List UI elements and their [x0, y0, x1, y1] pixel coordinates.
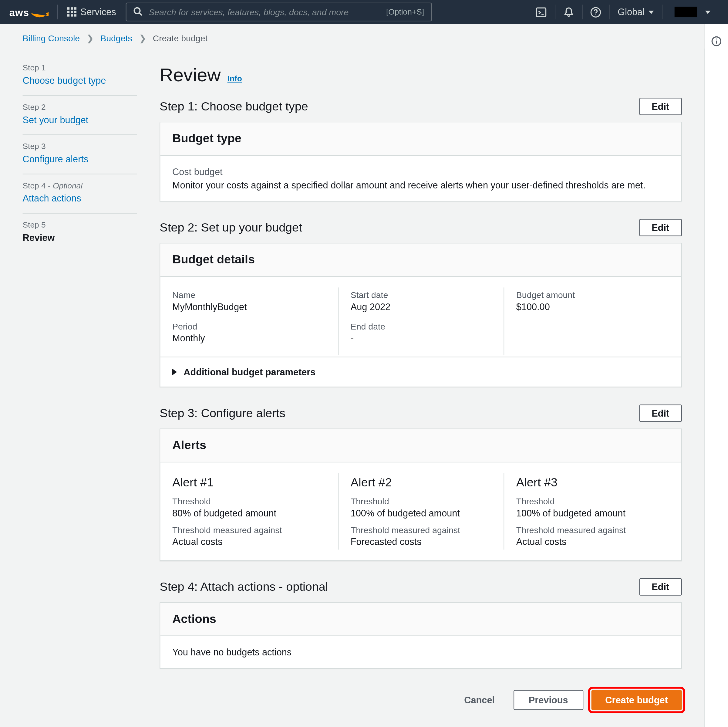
detail-value-amount: $100.00 — [516, 301, 657, 312]
svg-point-9 — [134, 8, 139, 13]
breadcrumb-budgets[interactable]: Budgets — [100, 34, 132, 43]
detail-value-end: - — [351, 333, 492, 343]
sidebar-step-5: Step 5 Review — [23, 214, 137, 252]
divider — [57, 5, 58, 19]
alert-threshold-label: Threshold — [516, 496, 657, 507]
create-budget-button[interactable]: Create budget — [591, 690, 682, 710]
region-selector[interactable]: Global — [610, 7, 662, 17]
section-4-title: Step 4: Attach actions - optional — [159, 580, 328, 594]
svg-point-17 — [716, 38, 717, 40]
services-label: Services — [80, 7, 116, 17]
services-menu[interactable]: Services — [67, 7, 116, 17]
budget-type-card: Budget type Cost budget Monitor your cos… — [159, 122, 682, 202]
alert-title: Alert #3 — [516, 476, 657, 490]
alert-measured-label: Threshold measured against — [351, 525, 492, 535]
detail-label-end: End date — [351, 321, 492, 331]
sidebar-step-3[interactable]: Step 3 Configure alerts — [23, 135, 137, 174]
svg-rect-7 — [71, 14, 73, 17]
section-4-header: Step 4: Attach actions - optional Edit — [159, 579, 682, 595]
search-input[interactable] — [147, 6, 381, 18]
detail-value-period: Monthly — [172, 333, 326, 343]
edit-step-3-button[interactable]: Edit — [639, 404, 682, 422]
alert-threshold-label: Threshold — [351, 496, 492, 507]
section-1-header: Step 1: Choose budget type Edit — [159, 98, 682, 115]
card-title: Alerts — [172, 438, 669, 452]
edit-step-4-button[interactable]: Edit — [639, 579, 682, 595]
sidebar-step-label: Step 2 — [23, 103, 137, 112]
svg-rect-5 — [74, 11, 76, 13]
alerts-card: Alerts Alert #1 Threshold 80% of budgete… — [159, 429, 682, 561]
svg-rect-11 — [537, 8, 546, 16]
card-title: Actions — [172, 612, 669, 626]
alert-measured-value: Actual costs — [172, 536, 326, 547]
svg-rect-1 — [71, 7, 73, 10]
sidebar-step-label: Step 5 — [23, 220, 137, 230]
budget-type-name: Cost budget — [172, 166, 669, 177]
search-shortcut: [Option+S] — [386, 7, 424, 17]
breadcrumb-billing[interactable]: Billing Console — [23, 34, 80, 43]
info-circle-icon — [711, 36, 722, 46]
alert-title: Alert #1 — [172, 476, 326, 490]
aws-logo[interactable]: aws — [9, 6, 48, 18]
detail-label-name: Name — [172, 290, 326, 300]
grid-icon — [67, 7, 76, 17]
sidebar-step-name: Configure alerts — [23, 154, 137, 164]
expander-label: Additional budget parameters — [184, 367, 315, 377]
notifications-icon[interactable] — [555, 0, 582, 24]
sidebar-step-name: Set your budget — [23, 115, 137, 125]
info-link[interactable]: Info — [228, 74, 242, 83]
triangle-right-icon — [172, 369, 177, 375]
edit-step-1-button[interactable]: Edit — [639, 98, 682, 115]
alert-threshold-value: 100% of budgeted amount — [351, 508, 492, 518]
budget-type-desc: Monitor your costs against a specified d… — [172, 180, 669, 190]
help-icon[interactable] — [583, 0, 609, 24]
detail-label-start: Start date — [351, 290, 492, 300]
section-2-header: Step 2: Set up your budget Edit — [159, 219, 682, 236]
aws-logo-text: aws — [9, 6, 29, 18]
svg-rect-3 — [67, 11, 69, 13]
budget-details-card: Budget details Name MyMonthlyBudget Peri… — [159, 243, 682, 387]
sidebar-step-4[interactable]: Step 4 - Optional Attach actions — [23, 174, 137, 214]
detail-value-name: MyMonthlyBudget — [172, 301, 326, 312]
search-icon — [133, 6, 142, 18]
page-title: Review Info — [159, 64, 682, 86]
aws-smile-icon — [31, 12, 48, 18]
alert-threshold-value: 100% of budgeted amount — [516, 508, 657, 518]
sidebar-step-1[interactable]: Step 1 Choose budget type — [23, 57, 137, 96]
svg-rect-0 — [67, 7, 69, 10]
alert-measured-label: Threshold measured against — [516, 525, 657, 535]
alert-measured-value: Actual costs — [516, 536, 657, 547]
section-3-header: Step 3: Configure alerts Edit — [159, 404, 682, 422]
svg-rect-2 — [74, 7, 76, 10]
edit-step-2-button[interactable]: Edit — [639, 219, 682, 236]
help-panel-toggle[interactable] — [705, 24, 728, 727]
nav-right: Global — [528, 0, 718, 24]
additional-params-expander[interactable]: Additional budget parameters — [161, 357, 681, 387]
previous-button[interactable]: Previous — [513, 690, 583, 710]
cancel-button[interactable]: Cancel — [453, 690, 505, 709]
cloudshell-icon[interactable] — [528, 0, 555, 24]
wizard-sidebar: Step 1 Choose budget type Step 2 Set you… — [0, 49, 159, 727]
svg-rect-4 — [71, 11, 73, 13]
sidebar-step-2[interactable]: Step 2 Set your budget — [23, 96, 137, 135]
chevron-right-icon: ❯ — [139, 34, 146, 43]
account-name-redacted — [674, 7, 697, 17]
sidebar-step-label: Step 4 - Optional — [23, 181, 137, 190]
card-title: Budget type — [172, 132, 669, 145]
section-1-title: Step 1: Choose budget type — [159, 99, 308, 113]
region-label: Global — [618, 7, 645, 17]
section-2-title: Step 2: Set up your budget — [159, 220, 302, 234]
search-box[interactable]: [Option+S] — [125, 3, 431, 21]
svg-rect-6 — [67, 14, 69, 17]
chevron-down-icon — [648, 10, 654, 14]
breadcrumb-current: Create budget — [153, 34, 208, 43]
sidebar-step-name: Choose budget type — [23, 75, 137, 86]
wizard-footer-actions: Cancel Previous Create budget — [159, 686, 682, 710]
actions-card: Actions You have no budgets actions — [159, 602, 682, 669]
section-3-title: Step 3: Configure alerts — [159, 406, 286, 420]
detail-label-period: Period — [172, 321, 326, 331]
svg-rect-8 — [74, 14, 76, 17]
svg-point-14 — [595, 14, 596, 15]
svg-line-10 — [139, 13, 142, 15]
account-selector[interactable] — [662, 7, 718, 17]
